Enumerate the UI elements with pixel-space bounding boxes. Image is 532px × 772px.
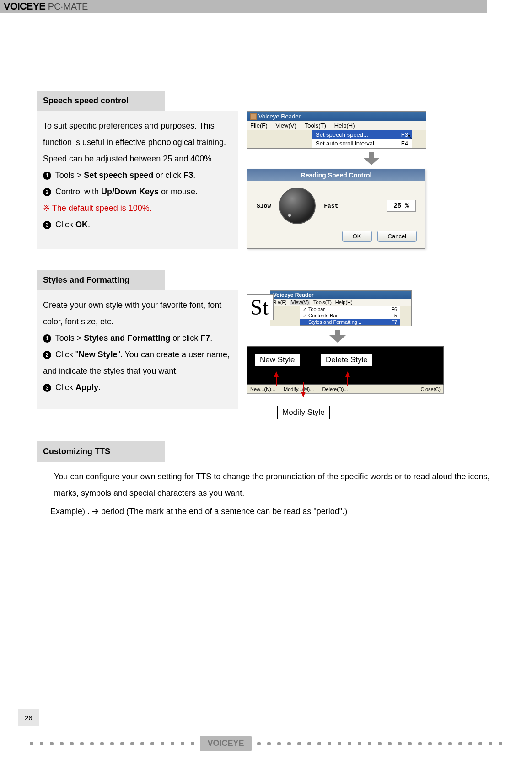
menu-item-set-auto-scroll[interactable]: Set auto scroll interval F4: [312, 139, 412, 148]
header-bar: VOICEYE PC·MATE: [0, 0, 487, 13]
window-title-2: Voiceye Reader: [270, 291, 411, 299]
view-dropdown: ✓ToolbarF6 ✓Contents BarF5 Styles and Fo…: [300, 306, 400, 326]
section-styles-formatting: Styles and Formatting Create your own st…: [37, 270, 495, 409]
down-arrow-icon-2: [329, 330, 346, 343]
tts-desc: You can configure your own setting for T…: [50, 468, 495, 501]
red-arrow-new-icon: [274, 371, 279, 377]
section-speech-speed: Speech speed control To suit specific pr…: [37, 91, 495, 249]
step-number-3-icon: 3: [43, 384, 51, 392]
menu-item-styles-formatting[interactable]: Styles and Formatting...F7: [300, 319, 400, 325]
menu-item-contents-bar[interactable]: ✓Contents BarF5: [300, 312, 400, 319]
red-arrow-modify-icon: [301, 392, 306, 397]
screenshot-styles: St Voiceye Reader File(F) View(V) Tools(…: [247, 290, 495, 409]
window-voiceye-reader-2: Voiceye Reader File(F) View(V) Tools(T) …: [270, 290, 412, 326]
section-2-desc: Create your own style with your favorite…: [43, 297, 231, 330]
footer-dots-left: [30, 742, 194, 745]
default-speed-note: ※ The default speed is 100%.: [43, 200, 231, 216]
footer: VOICEYE: [0, 736, 532, 751]
close-button[interactable]: Close(C): [421, 386, 441, 392]
section-customizing-tts: Customizing TTS You can configure your o…: [37, 441, 495, 520]
red-arrow-delete-icon: [345, 371, 350, 377]
step-number-1-icon: 1: [43, 172, 51, 180]
section-3-title: Customizing TTS: [37, 441, 165, 462]
footer-dots-right: [257, 742, 502, 745]
dialog-title: Reading Speed Control: [247, 169, 425, 181]
section-2-step-2: 2 Click "New Style". You can create a us…: [43, 346, 231, 379]
speed-value: 25 %: [387, 200, 416, 212]
menu-item-toolbar[interactable]: ✓ToolbarF6: [300, 306, 400, 312]
delete-style-button[interactable]: Delete(D)...: [322, 386, 348, 392]
menubar-2: File(F) View(V) Tools(T) Help(H): [270, 299, 411, 306]
section-1-title: Speech speed control: [37, 91, 165, 111]
logo-main: VOICEYE: [4, 0, 45, 12]
label-modify-style: Modify Style: [277, 406, 330, 419]
new-style-button[interactable]: New...(N)...: [250, 386, 275, 392]
tts-example: Example) . ➔ period (The mark at the end…: [50, 503, 495, 520]
ok-button[interactable]: OK: [342, 231, 372, 242]
cancel-button[interactable]: Cancel: [377, 231, 417, 242]
step-number-1-icon: 1: [43, 334, 51, 343]
menu-tools-2[interactable]: Tools(T): [313, 300, 332, 305]
section-1-step-1: 1 Tools > Set speech speed or click F3.: [43, 167, 231, 183]
step-number-3-icon: 3: [43, 221, 51, 229]
section-1-desc: To suit specific preferences and purpose…: [43, 118, 231, 167]
fast-label: Fast: [324, 203, 338, 209]
speed-knob[interactable]: [279, 188, 316, 224]
menu-view[interactable]: View(V): [276, 122, 296, 129]
menu-help-2[interactable]: Help(H): [335, 300, 353, 305]
menu-tools[interactable]: Tools(T): [305, 122, 326, 129]
styles-dialog-preview: New Style Delete Style: [247, 346, 444, 385]
section-1-text: To suit specific preferences and purpose…: [37, 111, 238, 249]
window-title: Voiceye Reader: [247, 112, 426, 121]
cursor-icon: ↖: [407, 133, 413, 140]
document-text-sample: St: [247, 294, 274, 320]
modify-style-button[interactable]: Modify...(M)...: [284, 386, 314, 392]
section-3-text: You can configure your own setting for T…: [37, 462, 495, 520]
menu-file[interactable]: File(F): [250, 122, 268, 129]
down-arrow-icon: [363, 152, 380, 165]
section-1-step-3: 3 Click OK.: [43, 216, 231, 233]
page-number: 26: [18, 709, 39, 726]
menu-help[interactable]: Help(H): [334, 122, 355, 129]
section-2-step-1: 1 Tools > Styles and Formatting or click…: [43, 330, 231, 346]
menu-file-2[interactable]: File(F): [272, 300, 287, 305]
tools-dropdown: Set speech speed... F3 Set auto scroll i…: [312, 130, 412, 148]
screenshot-speed-control: Voiceye Reader File(F) View(V) Tools(T) …: [247, 111, 495, 249]
reading-speed-dialog: Reading Speed Control Slow Fast 25 % OK …: [247, 169, 425, 249]
section-2-text: Create your own style with your favorite…: [37, 290, 238, 409]
label-delete-style: Delete Style: [321, 353, 373, 367]
menubar: File(F) View(V) Tools(T) Help(H): [247, 121, 426, 130]
slow-label: Slow: [257, 203, 271, 209]
logo-sub: PC·MATE: [48, 1, 88, 12]
menu-item-set-speech-speed[interactable]: Set speech speed... F3: [312, 130, 412, 139]
app-icon: [250, 113, 257, 120]
window-voiceye-reader: Voiceye Reader File(F) View(V) Tools(T) …: [247, 111, 426, 149]
step-number-2-icon: 2: [43, 188, 51, 196]
section-1-step-2: 2 Control with Up/Down Keys or mouse.: [43, 183, 231, 200]
section-2-title: Styles and Formatting: [37, 270, 165, 290]
menu-view-2[interactable]: View(V): [290, 300, 310, 305]
step-number-2-icon: 2: [43, 351, 51, 359]
section-2-step-3: 3 Click Apply.: [43, 379, 231, 396]
footer-logo: VOICEYE: [200, 736, 251, 751]
label-new-style: New Style: [255, 353, 300, 367]
